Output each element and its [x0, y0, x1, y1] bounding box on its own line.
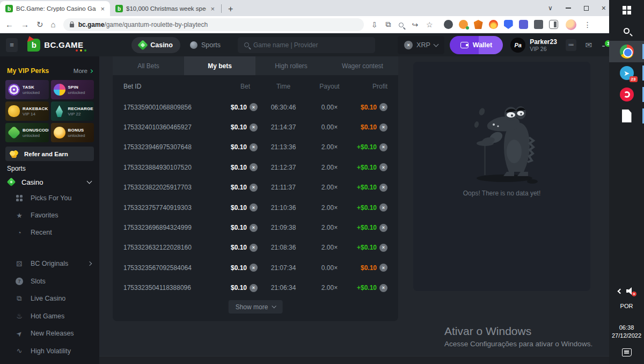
back-icon[interactable]: ← [5, 20, 13, 29]
table-row[interactable]: 1753323822025917703$0.10×21:11:372.00×+$… [113, 178, 398, 198]
bet-profit: +$0.10× [350, 203, 387, 212]
close-icon[interactable]: × [602, 4, 606, 12]
show-more-button[interactable]: Show more [229, 300, 283, 314]
vip-more-link[interactable]: More [74, 68, 92, 74]
bookmark-star-icon[interactable]: ☆ [426, 20, 433, 29]
vip-perk-card[interactable]: BONUSCODEunlocked [5, 123, 49, 142]
sidebar-item-feature-buy-in[interactable]: ◈Feature Buy-in [5, 360, 94, 364]
new-tab-button[interactable]: + [228, 4, 233, 14]
bet-amount: $0.10× [214, 103, 258, 111]
tab-all-bets[interactable]: All Bets [113, 56, 184, 75]
nav-sports-button[interactable]: Sports [182, 37, 228, 53]
sidebar-item-slots[interactable]: 7Slots [5, 273, 94, 290]
bcgame-logo[interactable]: b BC.GAME [27, 39, 83, 52]
table-row[interactable]: 1753323757740919303$0.10×21:10:362.00×+$… [113, 198, 398, 217]
browser-tab-1[interactable]: b BC.Game: Crypto Casino Games × [0, 1, 110, 16]
table-row[interactable]: 1753323632122028160$0.10×21:08:362.00×+$… [113, 238, 398, 258]
sidebar-toggle-icon[interactable] [549, 20, 558, 29]
sidebar-item-high-volatility[interactable]: ∿High Volatility [5, 343, 94, 360]
table-row[interactable]: 1753323696894324999$0.10×21:09:382.00×+$… [113, 217, 398, 237]
sidebar-item-bc-originals[interactable]: ⚄BC Originals [5, 255, 94, 273]
table-row[interactable]: 1753323567092584064$0.10×21:07:340.00×$0… [113, 258, 398, 278]
taskbar-clock[interactable]: 06:38 27/12/2022 [612, 324, 641, 340]
window-menu-icon[interactable]: ∨ [548, 4, 553, 12]
spider-icon[interactable] [444, 20, 453, 29]
home-icon[interactable]: ⌂ [51, 20, 56, 29]
hamburger-menu-icon[interactable]: ≡ [6, 38, 18, 52]
tab-high-rollers[interactable]: High rollers [255, 56, 327, 75]
bet-value: $0.10 [231, 224, 247, 231]
chat-badge: 33 [605, 40, 609, 47]
table-row[interactable]: 1753324010360465927$0.10×21:14:370.00×$0… [113, 117, 398, 137]
tab-close-icon[interactable]: × [209, 5, 216, 13]
user-profile[interactable]: Pa Parker23 VIP 26 [510, 38, 557, 53]
muted-speaker-icon[interactable]: × [626, 287, 635, 295]
tab-wager-contest[interactable]: Wager contest [327, 56, 398, 75]
start-button[interactable] [609, 0, 644, 20]
taskbar-chrome-button[interactable] [609, 41, 644, 62]
minimize-icon[interactable] [566, 8, 571, 9]
bets-table-card: All BetsMy betsHigh rollersWager contest… [113, 56, 398, 321]
taskbar-notepad-button[interactable] [609, 105, 644, 127]
bet-list-icon[interactable]: ≔ [566, 39, 577, 51]
person-check-icon[interactable] [459, 20, 468, 29]
share-icon[interactable]: ↪ [412, 20, 418, 29]
lock-icon[interactable] [70, 24, 74, 27]
bet-profit: $0.10× [350, 123, 387, 132]
bet-profit: +$0.10× [350, 284, 387, 292]
action-center-icon[interactable] [622, 348, 632, 356]
perk-label: RAKEBACK [23, 106, 48, 111]
browser-menu-icon[interactable]: ⋮ [584, 20, 591, 29]
sidebar-item-recent[interactable]: ◔Recent [5, 224, 94, 241]
vip-perk-card[interactable]: TASKunlocked [5, 80, 49, 99]
target-icon [8, 84, 20, 96]
shield-icon[interactable] [504, 20, 513, 29]
language-indicator[interactable]: POR [620, 298, 633, 314]
currency-selector[interactable]: × XRP [398, 36, 444, 54]
browser-tab-2[interactable]: b $10,000 Christmas week special × [110, 1, 220, 16]
taskbar-search-button[interactable] [609, 20, 644, 41]
game-search-input[interactable]: Game name | Provider [238, 37, 375, 53]
nav-casino-button[interactable]: Casino [131, 37, 180, 53]
vip-perk-card[interactable]: RAKEBACKVIP 14 [5, 101, 49, 121]
table-row[interactable]: 1753323504118388096$0.10×21:06:342.00×+$… [113, 278, 398, 298]
xrp-coin-icon: × [250, 184, 258, 192]
forward-icon[interactable]: → [21, 20, 29, 29]
sidebar-item-live-casino[interactable]: ⧉Live Casino [5, 290, 94, 308]
sidebar-item-new-releases[interactable]: ➤New Releases [5, 325, 94, 343]
tab-my-bets[interactable]: My bets [184, 56, 255, 75]
sidebar-item-favorites[interactable]: ★Favorites [5, 207, 94, 224]
taskbar-telegram-button[interactable]: ➤23 [609, 62, 644, 84]
tab-close-icon[interactable]: × [99, 5, 106, 13]
empty-state-text: Oops! There is no data yet! [463, 190, 541, 197]
send-arrow-icon[interactable] [519, 20, 528, 29]
show-hidden-icons-chevron[interactable] [618, 288, 623, 294]
translate-icon[interactable]: ⧉ [385, 20, 391, 29]
sidebar-item-hot-games[interactable]: ♨Hot Games [5, 308, 94, 325]
sidebar-item-casino[interactable]: Casino [5, 174, 94, 190]
vip-perk-card[interactable]: SPINunlocked [51, 80, 94, 99]
table-row[interactable]: 1753359001068809856$0.10×06:30:460.00×$0… [113, 97, 398, 117]
sports-section-label[interactable]: Sports [7, 165, 94, 172]
table-row[interactable]: 1753323884930107520$0.10×21:12:372.00×+$… [113, 157, 398, 177]
zoom-icon[interactable] [399, 20, 404, 29]
mail-icon[interactable]: ✉ [585, 40, 592, 50]
sidebar-item-picks-for-you[interactable]: Picks For You [5, 190, 94, 207]
url-input[interactable]: bc.game/game/quantum-roulette-by-playtec… [63, 18, 364, 31]
flame-icon[interactable] [489, 20, 498, 29]
table-row[interactable]: 1753323946975307648$0.10×21:13:362.00×+$… [113, 137, 398, 157]
reload-icon[interactable]: ↻ [36, 20, 43, 30]
metamask-icon[interactable] [474, 20, 483, 29]
vip-perk-card[interactable]: RECHARGEVIP 22 [51, 101, 94, 121]
authy-icon [620, 88, 634, 101]
puzzle-icon[interactable] [534, 20, 543, 29]
refer-label: Refer and Earn [24, 151, 68, 157]
taskbar-authy-button[interactable] [609, 84, 644, 105]
download-icon[interactable]: ⇩ [371, 20, 378, 29]
browser-profile-avatar[interactable] [566, 19, 576, 30]
wallet-button[interactable]: Wallet [450, 36, 503, 54]
perk-status: unlocked [23, 133, 49, 138]
refer-and-earn-button[interactable]: Refer and Earn [5, 147, 94, 161]
vip-perk-card[interactable]: BONUSunlocked [51, 123, 94, 142]
restore-icon[interactable] [584, 6, 589, 11]
